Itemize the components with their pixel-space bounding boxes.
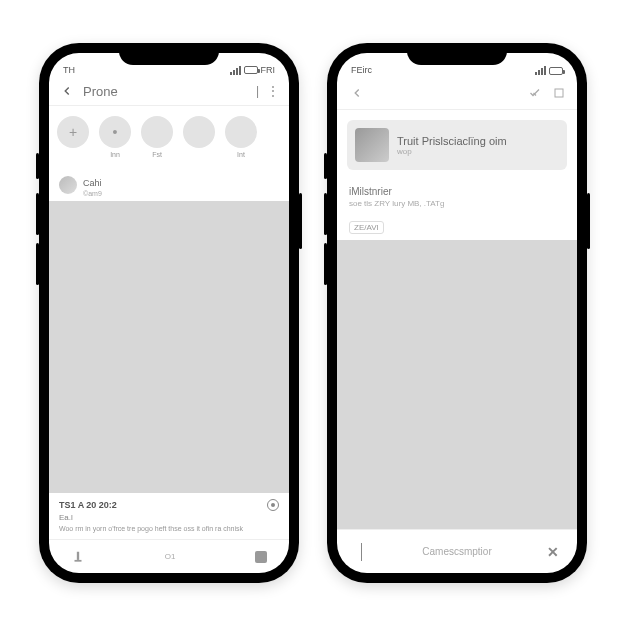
story-item[interactable]: • Inn [99,116,131,158]
post-meta: TS1 A 20 20:2 Ea.l Woo rm in yorn o'frce… [49,493,289,539]
story-circle-icon [141,116,173,148]
signal-icon [230,66,241,75]
back-icon[interactable] [349,85,365,101]
status-right-text: FRI [261,65,276,75]
battery-icon [244,66,258,74]
story-item[interactable]: Int [225,116,257,158]
phone-mockup-left: TH FRI Prone | ⋮ + • Inn [39,43,299,583]
story-circle-icon [183,116,215,148]
story-label: Inn [110,151,120,158]
svg-rect-0 [77,551,79,559]
story-circle-icon: • [99,116,131,148]
section-body: iMilstnrier soe tls ZRY lury MB, .TATg Z… [337,180,577,240]
notch [119,43,219,65]
divider-icon: | [256,84,259,98]
body-sub: soe tls ZRY lury MB, .TATg [349,199,565,208]
post-username: Cahi [83,178,102,188]
card-sub: wop [397,147,507,156]
body-tag[interactable]: ZE/AVI [349,221,384,234]
post-image-placeholder[interactable] [49,201,289,493]
avatar-icon [59,176,77,194]
story-item[interactable]: Fst [141,116,173,158]
status-left: TH [63,65,75,75]
check-icon[interactable] [527,87,543,99]
svg-rect-1 [75,559,82,561]
svg-rect-2 [555,89,563,97]
bracket-open-icon[interactable] [353,544,369,560]
back-icon[interactable] [59,83,75,99]
page-title: Prone [83,84,248,99]
story-circle-icon: + [57,116,89,148]
content-pane-placeholder[interactable] [337,240,577,529]
post-subline: ©am9 [83,190,102,197]
bottom-nav: O1 [49,539,289,573]
story-item[interactable]: + [57,116,89,158]
bottom-toolbar: Camescsmptior ✕ [337,529,577,573]
nav-icon-right[interactable] [255,551,267,563]
app-header: Prone | ⋮ [49,77,289,106]
post-date: TS1 A 20 20:2 [59,500,117,510]
app-header [337,77,577,110]
signal-icon [535,66,546,75]
notch [407,43,507,65]
status-left: FEirc [351,65,372,75]
story-label: Fst [152,151,162,158]
compose-placeholder[interactable]: Camescsmptior [381,546,533,557]
expand-icon[interactable] [553,87,565,99]
nav-center-label: O1 [165,552,176,561]
post-caption-label: Ea.l [59,513,279,522]
menu-icon[interactable]: ⋮ [267,84,279,98]
story-label: Int [237,151,245,158]
post-caption: Woo rm in yorn o'frce tre pogo heft thse… [59,524,279,533]
content-card[interactable]: Truit Prislsciaclïng oim wop [347,120,567,170]
target-icon[interactable] [267,499,279,511]
phone-mockup-right: FEirc Truit Pris [327,43,587,583]
close-icon[interactable]: ✕ [545,544,561,560]
battery-icon [549,67,563,75]
stories-row: + • Inn Fst Int [49,106,289,168]
post-header[interactable]: Cahi ©am9 [49,168,289,201]
thumbnail-icon [355,128,389,162]
story-circle-icon [225,116,257,148]
body-title: iMilstnrier [349,186,565,197]
card-title: Truit Prislsciaclïng oim [397,135,507,147]
nav-icon-left[interactable] [71,550,85,564]
story-item[interactable] [183,116,215,158]
